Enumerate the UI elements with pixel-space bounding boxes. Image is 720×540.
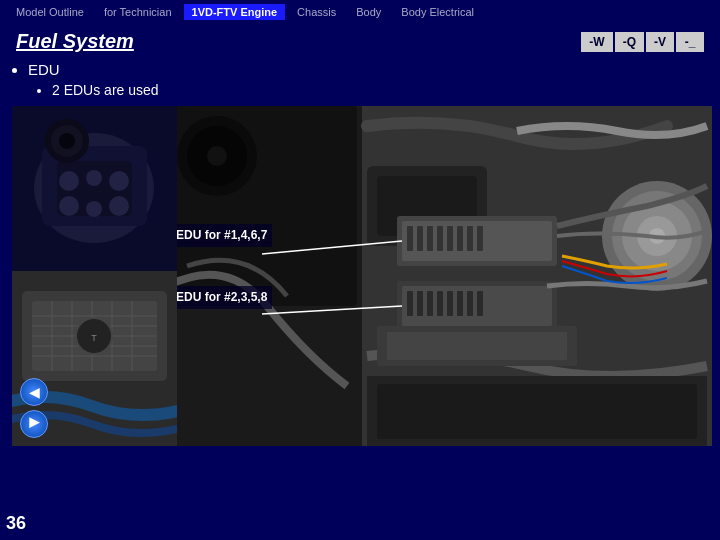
svg-point-12	[59, 133, 75, 149]
page-title: Fuel System	[16, 30, 134, 53]
svg-rect-49	[377, 384, 697, 439]
svg-rect-32	[427, 226, 433, 251]
nav-body-electrical[interactable]: Body Electrical	[393, 4, 482, 20]
svg-rect-35	[457, 226, 463, 251]
svg-point-7	[59, 196, 79, 216]
image-area: EDU for #1,4,6,7 EDU for #2,3,5,8	[12, 106, 708, 466]
svg-point-5	[86, 170, 102, 186]
nav-for-technician[interactable]: for Technician	[96, 4, 180, 20]
page-number: 36	[6, 513, 26, 534]
svg-rect-41	[417, 291, 423, 316]
top-navigation: Model Outline for Technician 1VD-FTV Eng…	[0, 0, 720, 24]
navigation-arrows: ◀ ◀	[20, 378, 48, 438]
svg-rect-47	[477, 291, 483, 316]
prev-arrow[interactable]: ◀	[20, 378, 48, 406]
edu-label-1: EDU for #1,4,6,7	[171, 224, 272, 247]
nav-chassis[interactable]: Chassis	[289, 4, 344, 20]
svg-rect-43	[437, 291, 443, 316]
nav-1vd-ftv-engine[interactable]: 1VD-FTV Engine	[184, 4, 286, 20]
svg-point-4	[59, 171, 79, 191]
left-dark-panel	[12, 106, 177, 271]
title-area: Fuel System -W -Q -V -_	[0, 24, 720, 57]
toolbar-v-button[interactable]: -V	[646, 32, 674, 52]
toolbar-w-button[interactable]: -W	[581, 32, 612, 52]
svg-rect-37	[477, 226, 483, 251]
edu-label-2: EDU for #2,3,5,8	[171, 286, 272, 309]
svg-point-6	[109, 171, 129, 191]
svg-rect-36	[467, 226, 473, 251]
svg-rect-33	[437, 226, 443, 251]
nav-model-outline[interactable]: Model Outline	[8, 4, 92, 20]
svg-rect-31	[417, 226, 423, 251]
svg-rect-42	[427, 291, 433, 316]
svg-rect-45	[457, 291, 463, 316]
bullet-edu-sub: 2 EDUs are used	[52, 82, 704, 98]
svg-rect-40	[407, 291, 413, 316]
toolbar-q-button[interactable]: -Q	[615, 32, 644, 52]
nav-body[interactable]: Body	[348, 4, 389, 20]
main-engine-image: EDU for #1,4,6,7 EDU for #2,3,5,8	[167, 106, 712, 446]
svg-rect-46	[467, 291, 473, 316]
svg-rect-51	[387, 332, 567, 360]
svg-rect-30	[407, 226, 413, 251]
toolbar-underscore-button[interactable]: -_	[676, 32, 704, 52]
svg-rect-44	[447, 291, 453, 316]
svg-text:T: T	[91, 333, 97, 343]
content-area: EDU 2 EDUs are used	[0, 57, 720, 106]
toolbar-buttons: -W -Q -V -_	[581, 32, 704, 52]
next-arrow[interactable]: ◀	[20, 410, 48, 438]
svg-rect-34	[447, 226, 453, 251]
svg-point-19	[207, 146, 227, 166]
bullet-edu: EDU	[28, 61, 704, 78]
svg-point-9	[109, 196, 129, 216]
svg-point-8	[86, 201, 102, 217]
